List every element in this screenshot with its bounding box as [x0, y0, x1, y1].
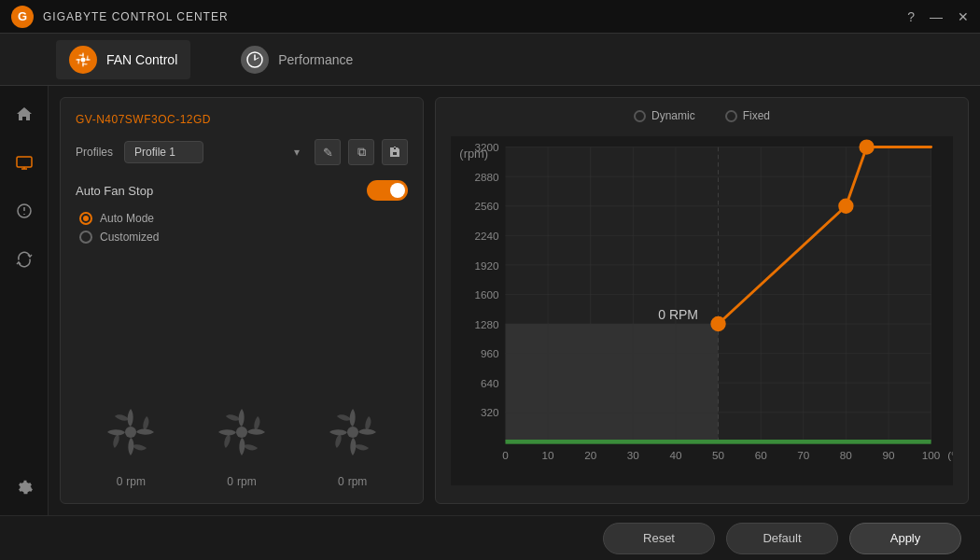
- performance-label: Performance: [278, 52, 353, 67]
- minimize-button[interactable]: —: [930, 9, 943, 24]
- svg-text:1280: 1280: [474, 318, 499, 330]
- sidebar: [0, 86, 49, 515]
- svg-text:(°C): (°C): [947, 449, 953, 461]
- fan-1-rpm: 0 rpm: [117, 475, 146, 488]
- tab-fan-control[interactable]: FAN Control: [56, 40, 190, 79]
- svg-text:90: 90: [882, 449, 895, 461]
- fan-control-label: FAN Control: [106, 52, 177, 67]
- profile-select[interactable]: Profile 1: [124, 141, 203, 163]
- performance-icon: [241, 46, 269, 74]
- svg-text:50: 50: [712, 449, 725, 461]
- mode-radios-top: Dynamic Fixed: [451, 109, 953, 122]
- fan-3: 0 rpm: [315, 395, 390, 488]
- svg-point-58: [861, 141, 874, 154]
- svg-point-6: [125, 427, 136, 438]
- reset-button[interactable]: Reset: [603, 523, 715, 554]
- auto-fan-stop-toggle[interactable]: [367, 180, 408, 201]
- fan-1: 0 rpm: [93, 395, 168, 488]
- profile-copy-button[interactable]: ⧉: [348, 139, 374, 165]
- fan-2-rpm: 0 rpm: [227, 475, 256, 488]
- svg-text:2880: 2880: [474, 171, 499, 183]
- customized-radio-dot: [79, 231, 92, 244]
- svg-text:30: 30: [627, 449, 640, 461]
- svg-text:2560: 2560: [474, 200, 499, 212]
- svg-text:3200: 3200: [474, 141, 499, 153]
- svg-text:20: 20: [584, 449, 597, 461]
- svg-point-57: [839, 200, 852, 213]
- svg-rect-2: [17, 157, 32, 167]
- sidebar-item-home[interactable]: [7, 97, 41, 131]
- svg-point-8: [347, 427, 358, 438]
- svg-point-7: [236, 427, 247, 438]
- radio-auto-mode[interactable]: Auto Mode: [79, 212, 408, 225]
- auto-fan-stop-label: Auto Fan Stop: [76, 184, 153, 198]
- radio-customized[interactable]: Customized: [79, 231, 408, 244]
- profiles-row: Profiles Profile 1 ✎ ⧉: [76, 139, 408, 165]
- sidebar-item-display[interactable]: [7, 146, 41, 179]
- profile-select-wrapper: Profile 1: [124, 141, 307, 163]
- tab-performance[interactable]: Performance: [228, 40, 366, 79]
- profile-edit-button[interactable]: ✎: [315, 139, 341, 165]
- auto-mode-label: Auto Mode: [100, 212, 154, 225]
- svg-point-0: [81, 57, 86, 62]
- fixed-label: Fixed: [743, 109, 770, 122]
- apply-button[interactable]: Apply: [849, 523, 961, 554]
- sidebar-item-settings[interactable]: [7, 470, 41, 504]
- svg-text:1920: 1920: [474, 259, 499, 272]
- profiles-label: Profiles: [76, 146, 117, 159]
- svg-text:640: 640: [481, 377, 499, 389]
- svg-text:100: 100: [922, 449, 941, 461]
- profile-save-button[interactable]: [382, 139, 408, 165]
- svg-text:2240: 2240: [474, 230, 499, 242]
- title-bar: G GIGABYTE CONTROL CENTER ? — ✕: [0, 0, 980, 34]
- customized-label: Customized: [100, 231, 159, 244]
- main-area: GV-N407SWF3OC-12GD Profiles Profile 1 ✎ …: [0, 86, 980, 515]
- fan-curve-chart[interactable]: (rpm) 3200 2880 2560 2240 1920 1600 1280…: [451, 130, 953, 492]
- tab-bar: FAN Control Performance: [0, 34, 980, 86]
- fan-2: 0 rpm: [204, 395, 279, 488]
- dynamic-radio-circle: [634, 110, 646, 122]
- help-button[interactable]: ?: [907, 9, 915, 24]
- content-area: GV-N407SWF3OC-12GD Profiles Profile 1 ✎ …: [49, 86, 980, 515]
- fan-control-icon: [69, 46, 97, 74]
- fans-row: 0 rpm: [76, 385, 408, 488]
- auto-fan-stop-section: Auto Fan Stop: [76, 180, 408, 201]
- right-panel: Dynamic Fixed: [435, 97, 969, 504]
- svg-text:40: 40: [669, 449, 682, 461]
- window-controls: ? — ✕: [907, 9, 969, 24]
- radio-dynamic[interactable]: Dynamic: [634, 109, 695, 122]
- sidebar-item-updates[interactable]: [7, 194, 41, 228]
- fan-3-rpm: 0 rpm: [338, 475, 367, 488]
- svg-text:1600: 1600: [474, 288, 499, 301]
- svg-rect-32: [505, 440, 931, 444]
- device-name: GV-N407SWF3OC-12GD: [76, 113, 408, 126]
- app-title: GIGABYTE CONTROL CENTER: [43, 10, 229, 23]
- chart-area: (rpm) 3200 2880 2560 2240 1920 1600 1280…: [451, 130, 953, 492]
- svg-text:70: 70: [797, 449, 810, 461]
- svg-point-56: [712, 317, 725, 330]
- bottom-bar: Reset Default Apply: [0, 515, 980, 560]
- svg-text:320: 320: [481, 406, 499, 418]
- left-panel: GV-N407SWF3OC-12GD Profiles Profile 1 ✎ …: [60, 97, 424, 504]
- svg-text:80: 80: [840, 449, 853, 461]
- svg-text:960: 960: [481, 347, 499, 359]
- close-button[interactable]: ✕: [958, 9, 969, 24]
- fixed-radio-circle: [725, 110, 737, 122]
- svg-text:60: 60: [755, 449, 768, 461]
- fan-mode-radios: Auto Mode Customized: [79, 212, 408, 244]
- app-logo: G: [11, 6, 34, 28]
- svg-text:0 RPM: 0 RPM: [658, 307, 698, 322]
- sidebar-item-sync[interactable]: [7, 243, 41, 276]
- default-button[interactable]: Default: [726, 523, 838, 554]
- dynamic-label: Dynamic: [651, 109, 695, 122]
- svg-text:0: 0: [502, 449, 509, 461]
- radio-fixed[interactable]: Fixed: [725, 109, 770, 122]
- svg-text:10: 10: [542, 449, 555, 461]
- auto-mode-radio-dot: [79, 212, 92, 225]
